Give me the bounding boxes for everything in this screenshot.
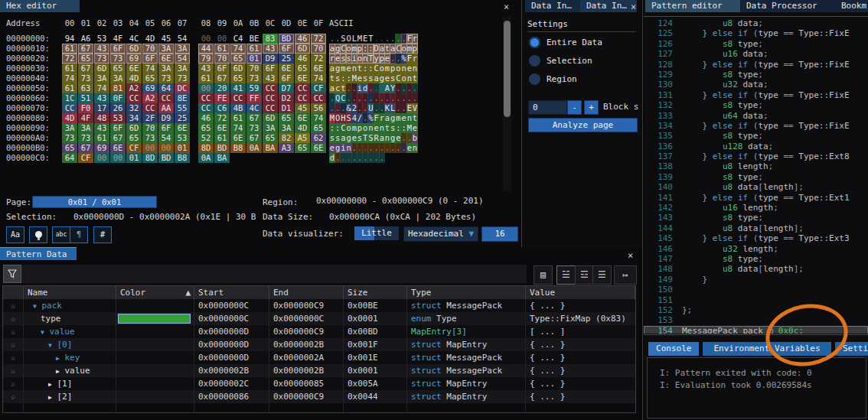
hex-byte[interactable]: D7 bbox=[279, 83, 294, 93]
favorite-star-icon[interactable]: ☆ bbox=[3, 377, 24, 390]
favorite-star-icon[interactable]: ☆ bbox=[3, 351, 24, 364]
hex-byte[interactable]: 17 bbox=[94, 103, 109, 113]
column-header-Size[interactable]: Size bbox=[344, 286, 407, 299]
code-line[interactable]: 135 s8 type; bbox=[644, 131, 868, 141]
close-icon[interactable]: × bbox=[628, 251, 633, 260]
hex-byte[interactable]: 6E bbox=[214, 123, 230, 133]
ascii-char[interactable]: . bbox=[412, 83, 418, 93]
hex-byte[interactable]: 6E bbox=[311, 143, 326, 153]
hex-byte[interactable]: 73 bbox=[110, 54, 126, 63]
favorite-star-icon[interactable]: ☆ bbox=[3, 312, 24, 325]
hex-byte[interactable]: 4F bbox=[78, 113, 93, 123]
book-view-button[interactable]: ▤ bbox=[534, 265, 553, 285]
table-row[interactable]: ☆▶ [2]0x000000860x000000C90x0044struct M… bbox=[3, 390, 635, 403]
tab-pattern-editor[interactable]: Pattern editor bbox=[645, 0, 743, 12]
hex-byte[interactable]: 72 bbox=[62, 54, 77, 63]
hex-byte[interactable]: CF bbox=[78, 153, 93, 163]
column-header-End[interactable]: End bbox=[269, 286, 344, 299]
hex-byte[interactable]: 69 bbox=[142, 83, 158, 93]
code-line[interactable]: 154MessagePack pack @ 0x0c; bbox=[644, 326, 868, 334]
hex-byte[interactable]: BE bbox=[246, 34, 262, 44]
hex-byte[interactable]: 8D bbox=[142, 153, 158, 163]
filter-input[interactable] bbox=[21, 265, 527, 283]
hex-byte[interactable]: D9 bbox=[158, 113, 174, 123]
hex-byte[interactable]: CC bbox=[311, 93, 326, 103]
code-line[interactable]: 142 u16 length; bbox=[644, 203, 868, 213]
hex-byte[interactable]: CF bbox=[126, 143, 142, 153]
code-line[interactable]: 133 u64 data; bbox=[644, 111, 868, 121]
hex-byte[interactable]: 6F bbox=[263, 63, 278, 73]
hex-byte[interactable]: 51 bbox=[78, 93, 93, 103]
hex-byte[interactable]: 6D bbox=[126, 123, 142, 133]
hex-byte[interactable]: 69 bbox=[94, 143, 109, 153]
ascii-char[interactable]: r bbox=[412, 54, 418, 63]
hex-byte[interactable]: CF bbox=[311, 83, 326, 93]
hex-byte[interactable]: FF bbox=[246, 93, 262, 103]
tab-console[interactable]: Console bbox=[648, 342, 699, 356]
hex-byte[interactable]: 4D bbox=[295, 123, 310, 133]
hex-byte[interactable]: 6E bbox=[110, 143, 126, 153]
hex-byte[interactable]: 74 bbox=[94, 83, 109, 93]
ascii-char[interactable]: p bbox=[412, 44, 418, 54]
hex-byte[interactable]: 64 bbox=[158, 83, 174, 93]
hex-byte[interactable]: B8 bbox=[175, 153, 190, 163]
hex-byte[interactable]: 61 bbox=[94, 133, 109, 143]
hex-byte[interactable]: 73 bbox=[78, 73, 93, 83]
hex-byte[interactable]: 53 bbox=[175, 133, 190, 143]
hex-byte[interactable]: 61 bbox=[62, 44, 77, 54]
pattern-name[interactable]: ▶ [1] bbox=[24, 377, 116, 390]
code-line[interactable]: 128 } else if (type == Type::FixE bbox=[644, 60, 868, 70]
code-line[interactable]: 146 u32 length; bbox=[644, 244, 868, 254]
hex-byte[interactable]: 00 bbox=[94, 153, 109, 163]
code-line[interactable]: 148 u8 data[length]; bbox=[644, 264, 868, 274]
hex-byte[interactable]: 3A bbox=[62, 123, 77, 133]
hex-byte[interactable]: 74 bbox=[311, 113, 326, 123]
favorite-star-icon[interactable]: ☆ bbox=[3, 299, 24, 312]
hex-byte[interactable]: BA bbox=[214, 153, 230, 163]
hex-byte[interactable]: 65 bbox=[263, 133, 278, 143]
hex-byte[interactable]: 52 bbox=[198, 133, 214, 143]
code-line[interactable]: 144 u8 data[length]; bbox=[644, 223, 868, 233]
table-row[interactable]: ☆▶ key0x0000000D0x0000002A0x001Estruct M… bbox=[3, 351, 635, 364]
hex-byte[interactable]: 72 bbox=[311, 54, 326, 63]
code-line[interactable]: 137 } else if (type == Type::Ext8 bbox=[644, 151, 868, 161]
ascii-char[interactable]: r bbox=[412, 34, 418, 44]
code-line[interactable]: 136 u128 data; bbox=[644, 142, 868, 151]
code-line[interactable]: 147 s8 type; bbox=[644, 254, 868, 264]
ascii-char[interactable]: . bbox=[412, 93, 418, 103]
font-case-button[interactable]: Aa bbox=[6, 226, 24, 243]
hex-byte[interactable]: 73 bbox=[62, 133, 77, 143]
hex-byte[interactable]: 79 bbox=[198, 54, 214, 63]
decode-text-button[interactable]: abc bbox=[52, 226, 70, 243]
code-line[interactable]: 138 u8 length; bbox=[644, 161, 868, 171]
hex-byte[interactable]: 59 bbox=[246, 83, 262, 93]
hex-byte[interactable]: 67 bbox=[78, 44, 93, 54]
hex-byte[interactable]: 6E bbox=[126, 63, 142, 73]
hex-byte[interactable]: 74 bbox=[230, 44, 246, 54]
code-line[interactable]: 141 } else if (type == Type::Ext1 bbox=[644, 193, 868, 203]
hex-byte[interactable]: A6 bbox=[78, 34, 93, 44]
hex-byte[interactable]: 74 bbox=[62, 73, 77, 83]
chevron-right-icon[interactable]: ▶ bbox=[48, 394, 52, 401]
code-line[interactable]: 140 u8 data[length]; bbox=[644, 182, 868, 192]
tab-data-processor[interactable]: Data Processor bbox=[740, 0, 838, 12]
hex-byte[interactable]: 3A bbox=[158, 44, 174, 54]
hex-byte[interactable]: 81 bbox=[110, 83, 126, 93]
hex-byte[interactable]: 01 bbox=[175, 143, 190, 153]
block-size-minus-button[interactable]: - bbox=[567, 100, 582, 115]
hex-byte[interactable]: 65 bbox=[311, 123, 326, 133]
jump-to-pattern-button[interactable]: ↦ bbox=[614, 265, 637, 285]
ascii-char[interactable]: n bbox=[412, 63, 418, 73]
hex-byte[interactable]: 65 bbox=[126, 133, 142, 143]
column-header-star[interactable] bbox=[3, 286, 24, 299]
hex-byte[interactable]: 83 bbox=[263, 34, 278, 44]
ascii-char[interactable]: b bbox=[412, 133, 418, 143]
hex-byte[interactable]: 65 bbox=[230, 73, 246, 83]
filter-button[interactable] bbox=[3, 265, 21, 283]
hex-byte[interactable]: 67 bbox=[246, 133, 262, 143]
code-line[interactable]: 124 u8 data; bbox=[644, 18, 868, 28]
hex-byte[interactable]: 43 bbox=[94, 44, 109, 54]
hex-byte[interactable]: 2F bbox=[142, 113, 158, 123]
pattern-name[interactable]: ▼ pack bbox=[24, 299, 116, 312]
hex-byte[interactable]: 65 bbox=[110, 63, 126, 73]
